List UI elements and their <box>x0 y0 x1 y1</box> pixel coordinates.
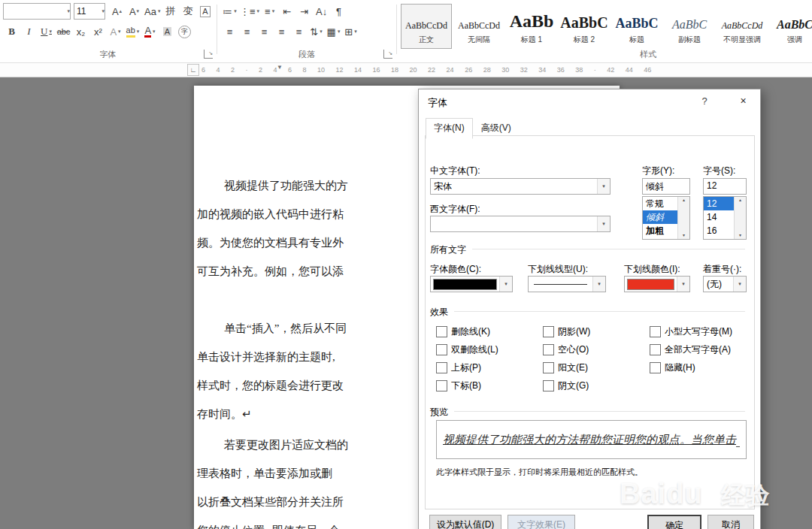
scroll-up-icon[interactable]: ▴ <box>678 197 689 204</box>
document-text[interactable]: 您的停止位置--即使在另一个 <box>197 524 340 529</box>
tab-advanced[interactable]: 高级(V) <box>473 118 520 139</box>
phonetic-guide-icon[interactable]: 拼 <box>162 3 179 20</box>
style-chip-normal[interactable]: AaBbCcDd 正文 <box>401 4 452 49</box>
sort-icon[interactable]: A↓ <box>313 3 330 20</box>
chevron-down-icon[interactable]: ▾ <box>597 179 610 194</box>
set-default-button[interactable]: 设为默认值(D) <box>429 515 501 529</box>
tab-font[interactable]: 字体(N) <box>426 118 473 139</box>
document-line[interactable]: 频。为使您的文档具有专业外 <box>197 235 344 251</box>
first-line-indent-marker[interactable]: ▼ <box>277 64 283 71</box>
decrease-indent-icon[interactable]: ⇤ <box>278 3 295 20</box>
scroll-up-icon[interactable]: ▴ <box>735 197 746 204</box>
document-line[interactable]: 若要更改图片适应文档的 <box>224 437 348 453</box>
selected-text[interactable]: 若要更改图片适应文档的 <box>224 439 348 451</box>
font-style-edit[interactable]: 倾斜 <box>642 178 690 195</box>
align-center-icon[interactable]: ≡ <box>238 23 256 40</box>
style-chip-emphasis[interactable]: AaBbC 强调 <box>769 4 812 49</box>
character-scaling-icon[interactable]: 变 <box>179 3 196 20</box>
scrollbar[interactable]: ▴ ▾ <box>734 197 746 239</box>
font-size-edit[interactable]: 12 <box>703 178 747 195</box>
style-chip-subtitle[interactable]: AaBbC 副标题 <box>664 4 715 49</box>
align-left-icon[interactable]: ≡ <box>221 23 238 40</box>
style-chip-subtle-emphasis[interactable]: AaBbCcDd 不明显强调 <box>717 4 768 49</box>
font-size-option[interactable]: 14 <box>704 210 735 224</box>
italic-icon[interactable]: I <box>20 23 38 40</box>
checkbox-box[interactable] <box>436 326 447 337</box>
help-icon[interactable]: ? <box>697 95 712 107</box>
text-effects-button[interactable]: 文字效果(E) <box>508 515 575 529</box>
distributed-icon[interactable]: ≡ <box>290 23 308 40</box>
underline-icon[interactable]: U▾ <box>38 23 55 40</box>
document-text[interactable]: 样式时，您的标题会进行更改 <box>197 379 344 391</box>
document-text[interactable]: 存时间。↵ <box>197 408 252 420</box>
checkbox-box[interactable] <box>543 362 554 373</box>
style-chip-heading2[interactable]: AaBbC 标题 2 <box>559 4 610 49</box>
text-effects-icon[interactable]: A▾ <box>107 23 124 40</box>
document-line[interactable]: 单击“插入”，然后从不同 <box>224 321 347 337</box>
checkbox-box[interactable] <box>436 380 447 391</box>
document-text[interactable]: 理表格时，单击要添加或删 <box>197 467 332 479</box>
document-line[interactable]: 以折叠文档某些部分并关注所 <box>197 494 344 510</box>
show-marks-icon[interactable]: ¶ <box>330 3 347 20</box>
emphasis-mark-combo[interactable]: (无) ▾ <box>703 276 747 292</box>
line-spacing-icon[interactable]: ⇅▾ <box>308 23 325 40</box>
bullets-icon[interactable]: ≔▾ <box>221 3 238 20</box>
document-line[interactable]: 存时间。↵ <box>197 407 252 422</box>
chevron-down-icon[interactable]: ▾ <box>597 216 610 231</box>
font-color-icon[interactable]: A▾ <box>141 23 159 40</box>
checkbox-box[interactable] <box>436 362 447 373</box>
change-case-icon[interactable]: Aa▾ <box>143 3 162 20</box>
font-style-list[interactable]: 常规 倾斜 加粗 ▴ ▾ <box>642 196 690 240</box>
checkbox-outline[interactable]: 空心(O) <box>543 343 589 356</box>
character-border-icon[interactable]: A <box>196 3 214 20</box>
align-right-icon[interactable]: ≡ <box>256 23 273 40</box>
increase-indent-icon[interactable]: ⇥ <box>295 3 313 20</box>
borders-icon[interactable]: ⊞▾ <box>342 23 359 40</box>
font-name-combo[interactable]: ▾ <box>3 3 71 20</box>
checkbox-all-caps[interactable]: 全部大写字母(A) <box>650 343 731 356</box>
font-size-list[interactable]: 12 14 16 ▴ ▾ <box>703 196 747 240</box>
checkbox-superscript[interactable]: 上标(P) <box>436 361 481 374</box>
font-size-option[interactable]: 16 <box>704 224 735 237</box>
style-chip-heading1[interactable]: AaBb 标题 1 <box>506 4 557 49</box>
ok-button[interactable]: 确定 <box>647 515 701 529</box>
document-line[interactable]: 理表格时，单击要添加或删 <box>197 466 332 482</box>
style-chip-no-spacing[interactable]: AaBbCcDd 无间隔 <box>453 4 504 49</box>
checkbox-subscript[interactable]: 下标(B) <box>436 379 481 392</box>
horizontal-ruler[interactable]: ∟ 6 4 2 · 2 4 6 8 10 12 14 16 18 20 22 2… <box>0 63 812 77</box>
close-icon[interactable]: × <box>726 89 760 112</box>
chevron-down-icon[interactable]: ▾ <box>592 277 605 292</box>
document-line[interactable]: 您的停止位置--即使在另一个 <box>197 523 340 529</box>
checkbox-engrave[interactable]: 阴文(G) <box>543 379 589 392</box>
numbering-icon[interactable]: ⋮≡▾ <box>238 3 261 20</box>
checkbox-box[interactable] <box>436 344 447 355</box>
selected-text[interactable]: 视频提供了功能强大的方 <box>224 180 348 192</box>
underline-style-combo[interactable]: ▾ <box>528 276 606 292</box>
selected-text[interactable]: 单击“插入”，然后从不同 <box>224 322 347 334</box>
checkbox-small-caps[interactable]: 小型大写字母(M) <box>650 325 732 338</box>
justify-icon[interactable]: ≡ <box>273 23 290 40</box>
document-text[interactable]: 单击设计并选择新的主题时, <box>197 351 335 363</box>
superscript-icon[interactable]: x² <box>89 23 107 40</box>
underline-color-combo[interactable]: ▾ <box>624 276 690 292</box>
document-text[interactable]: 以折叠文档某些部分并关注所 <box>197 496 344 508</box>
paragraph-dialog-launcher[interactable]: ↘ <box>383 50 392 59</box>
scroll-down-icon[interactable]: ▾ <box>678 232 689 239</box>
document-line[interactable]: 可互为补充。例如，您可以添 <box>197 264 344 280</box>
checkbox-box[interactable] <box>543 380 554 391</box>
document-text[interactable]: 可互为补充。例如，您可以添 <box>197 265 344 277</box>
strikethrough-icon[interactable]: abc <box>55 23 72 40</box>
document-text[interactable]: 加的视频的嵌入代码中进行粘 <box>197 208 344 220</box>
font-size-combo[interactable]: 11 ▾ <box>74 3 105 20</box>
chevron-down-icon[interactable]: ▾ <box>499 277 512 292</box>
character-shading-icon[interactable]: A <box>159 23 176 40</box>
checkbox-shadow[interactable]: 阴影(W) <box>543 325 590 338</box>
western-font-combo[interactable]: ▾ <box>430 216 611 232</box>
enclose-characters-icon[interactable]: 字 <box>176 23 193 40</box>
subscript-icon[interactable]: x₂ <box>72 23 89 40</box>
tab-stop-selector[interactable]: ∟ <box>187 64 199 76</box>
chinese-font-combo[interactable]: 宋体 ▾ <box>430 178 611 195</box>
checkbox-strikethrough[interactable]: 删除线(K) <box>436 325 490 338</box>
style-chip-title[interactable]: AaBbC 标题 <box>611 4 662 49</box>
multilevel-list-icon[interactable]: ≡▾ <box>261 3 278 20</box>
